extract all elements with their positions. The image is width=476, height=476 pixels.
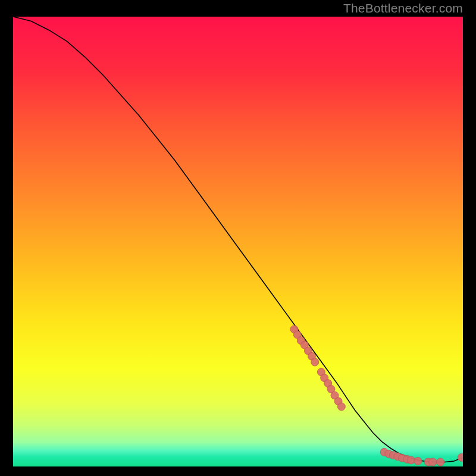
attribution-text: TheBottlenecker.com	[343, 1, 463, 15]
data-point	[414, 457, 422, 465]
data-point	[311, 358, 319, 366]
data-point	[437, 458, 444, 466]
data-point	[429, 458, 437, 466]
chart-area	[13, 17, 463, 466]
data-point	[337, 403, 345, 411]
chart-background	[13, 17, 463, 466]
data-point	[408, 456, 415, 464]
data-point	[458, 453, 463, 461]
